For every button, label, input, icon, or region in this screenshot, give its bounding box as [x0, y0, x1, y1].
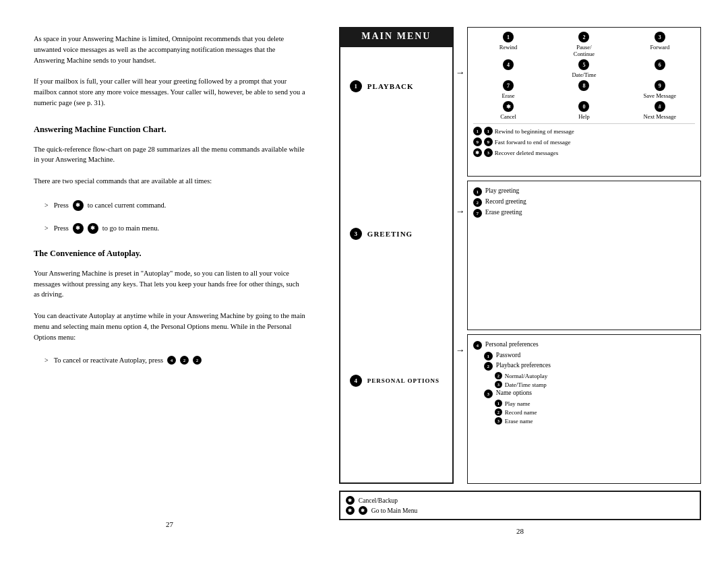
- datetime-stamp-row: 3 Date/Time stamp: [495, 381, 695, 388]
- greeting-key-2: 2: [473, 198, 482, 207]
- key-cell-cancel: ✱ Cancel: [473, 101, 543, 120]
- para5: You can deactivate Autoplay at anytime w…: [34, 311, 305, 342]
- goto-main-label: Go to Main Menu: [371, 507, 417, 514]
- key-cell-4: 4: [473, 59, 543, 78]
- label-pause: Pause/Continue: [574, 44, 595, 57]
- left-page-num: 27: [34, 520, 305, 528]
- divider1: [473, 123, 695, 124]
- combo-star-a: ✱: [473, 148, 482, 157]
- bullet3: > To cancel or reactivate Autoplay, pres…: [44, 356, 305, 365]
- panels-col: 1 Rewind 2 Pause/Continue 3 Forward: [467, 27, 701, 484]
- label-help: Help: [578, 113, 590, 120]
- combo-9b: 9: [484, 137, 493, 146]
- menu-label-personal: PERSONAL OPTIONS: [367, 377, 439, 384]
- arrow-playback: →: [456, 67, 465, 78]
- datetime-stamp-label: Date/Time stamp: [505, 381, 547, 388]
- record-name-row: 2 Record name: [495, 408, 695, 416]
- greeting-record-label: Record greeting: [485, 198, 526, 205]
- key-cell-datetime: 5 Date/Time: [549, 59, 619, 78]
- star-key1: ✱: [73, 200, 84, 211]
- key-2-pause: 2: [578, 32, 589, 42]
- combo-recover-text: Recover deleted messages: [495, 150, 558, 156]
- combo-recover: ✱ 3 Recover deleted messages: [473, 148, 695, 157]
- key-6: 6: [655, 59, 665, 70]
- goto-main-row: ✱ ✱ Go to Main Menu: [346, 506, 694, 515]
- menu-key-3: 3: [350, 228, 362, 240]
- para1: As space in your Answering Machine is li…: [34, 34, 305, 65]
- cancel-backup-row: ✱ Cancel/Backup: [346, 496, 694, 505]
- heading-autoplay: The Convenience of Autoplay.: [34, 249, 305, 259]
- key-cell-save: 9 Save Message: [625, 80, 695, 99]
- key-3-erasename: 3: [495, 417, 502, 425]
- gt-icon1: >: [44, 201, 49, 209]
- key2-badge1: 2: [180, 356, 189, 365]
- key-cell-rewind: 1 Rewind: [473, 32, 543, 57]
- bullet1: > Press ✱ to cancel current command.: [44, 200, 305, 211]
- key-5-datetime: 5: [578, 59, 589, 70]
- key-2-recordname: 2: [495, 408, 502, 416]
- personal-key-4: 4: [473, 341, 482, 350]
- gt-icon3: >: [44, 356, 49, 364]
- greeting-record-row: 2 Record greeting: [473, 198, 695, 207]
- bullet2-rest: to go to main menu.: [102, 224, 159, 232]
- key-cell-help: 0 Help: [549, 101, 619, 120]
- key-9-save: 9: [655, 80, 665, 91]
- page: As space in your Answering Machine is li…: [0, 0, 728, 562]
- greeting-play-label: Play greeting: [485, 187, 519, 194]
- bottom-star-key-1: ✱: [346, 506, 355, 515]
- menu-item-greeting: 3 GREETING: [340, 222, 452, 245]
- arrow-personal: →: [456, 345, 465, 356]
- key-cell-8: 8: [549, 80, 619, 99]
- combo-1-text: Rewind to beginning of message: [495, 128, 574, 135]
- personal-prefs-label: Personal preferences: [485, 341, 539, 348]
- password-row: 1 Password: [484, 352, 695, 361]
- key-star-cancel: ✱: [503, 101, 514, 112]
- right-page: MAIN MENU 1 PLAYBACK 3 GREETING 4 PER: [326, 20, 715, 542]
- menu-items-box: 1 PLAYBACK 3 GREETING 4 PERSONAL OPTIONS: [339, 46, 454, 484]
- key-3-forward: 3: [655, 32, 665, 42]
- greeting-key-7: 7: [473, 209, 482, 218]
- menu-item-personal: 4 PERSONAL OPTIONS: [340, 369, 452, 392]
- menu-label-playback: PLAYBACK: [367, 82, 414, 90]
- play-name-label: Play name: [505, 400, 530, 407]
- label-rewind: Rewind: [499, 44, 517, 51]
- star-key2b: ✱: [88, 223, 98, 234]
- bottom-star-key-2: ✱: [359, 506, 367, 515]
- name-options-label: Name options: [496, 389, 532, 396]
- combo-1a: 1: [473, 127, 482, 135]
- key-cell-erase: 7 Erase: [473, 80, 543, 99]
- key-cell-forward: 3 Forward: [625, 32, 695, 57]
- key4-badge: 4: [167, 356, 176, 365]
- personal-panel: 4 Personal preferences 1 Password 2 Play…: [467, 334, 701, 484]
- bullet3-text: To cancel or reactivate Autoplay, press: [54, 356, 163, 364]
- menu-label-greeting: GREETING: [367, 230, 413, 238]
- main-menu-header: MAIN MENU: [339, 27, 454, 46]
- key-7-erase: 7: [503, 80, 514, 91]
- menu-key-1: 1: [350, 80, 362, 92]
- label-datetime: Date/Time: [572, 71, 596, 78]
- right-page-num: 28: [339, 527, 701, 535]
- key2-badge2: 2: [193, 356, 202, 365]
- menu-item-playback: 1 PLAYBACK: [340, 75, 452, 98]
- personal-key-3: 3: [484, 389, 493, 398]
- star-key2a: ✱: [73, 223, 84, 234]
- combo-3: 3: [484, 148, 493, 157]
- heading-function-chart: Answering Machine Function Chart.: [34, 125, 305, 135]
- erase-name-row: 3 Erase name: [495, 417, 695, 425]
- combo-ff-end: 9 9 Fast forward to end of message: [473, 137, 695, 146]
- bottom-star-key: ✱: [346, 496, 355, 505]
- arrow-greeting: →: [456, 206, 465, 217]
- name-options-row: 3 Name options: [484, 389, 695, 398]
- cancel-backup-label: Cancel/Backup: [359, 497, 398, 504]
- key-0-help: 0: [578, 101, 589, 112]
- combo-9-text: Fast forward to end of message: [495, 139, 571, 146]
- bottom-bar: ✱ Cancel/Backup ✱ ✱ Go to Main Menu: [339, 491, 701, 520]
- diagram: MAIN MENU 1 PLAYBACK 3 GREETING 4 PER: [339, 27, 701, 484]
- main-menu-col: MAIN MENU 1 PLAYBACK 3 GREETING 4 PER: [339, 27, 454, 484]
- personal-key-2: 2: [484, 362, 493, 371]
- key-1-rewind: 1: [503, 32, 514, 42]
- key-cell-next: # Next Message: [625, 101, 695, 120]
- playback-panel: 1 Rewind 2 Pause/Continue 3 Forward: [467, 27, 701, 177]
- personal-prefs-row: 4 Personal preferences: [473, 341, 695, 350]
- gt-icon2: >: [44, 224, 49, 232]
